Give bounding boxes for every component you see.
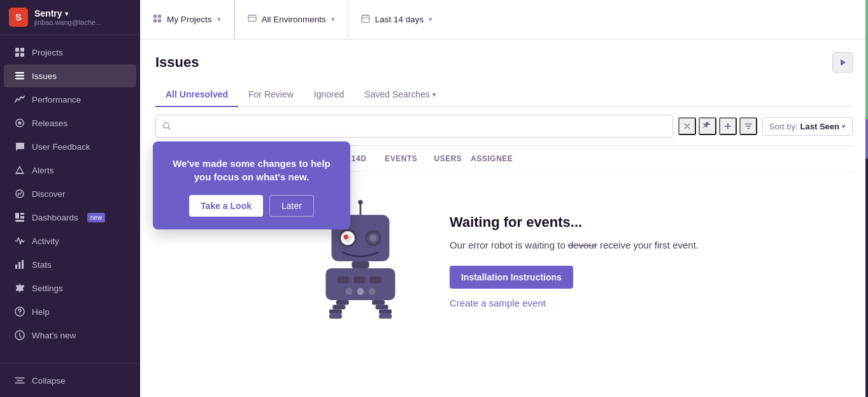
svg-point-29 <box>358 200 362 205</box>
svg-rect-46 <box>336 300 349 305</box>
svg-rect-16 <box>22 260 24 269</box>
svg-rect-6 <box>15 78 24 80</box>
svg-rect-52 <box>379 309 392 314</box>
chevron-down-icon: ▾ <box>217 15 221 24</box>
sidebar: S Sentry ▾ jinbao.wang@lache... Projects… <box>0 0 140 397</box>
calendar-icon <box>361 14 370 25</box>
sidebar-item-projects[interactable]: Projects <box>4 41 136 64</box>
sidebar-item-label: Settings <box>32 284 63 293</box>
svg-point-45 <box>369 288 376 295</box>
sort-button[interactable]: Sort by: Last Seen ▾ <box>762 117 853 136</box>
sidebar-item-activity[interactable]: Activity <box>4 229 136 252</box>
collapse-label: Collapse <box>32 376 66 386</box>
sidebar-item-dashboards[interactable]: Dashboards new <box>4 206 136 229</box>
popup-buttons: Take a Look Later <box>167 195 336 217</box>
popup-overlay: We've made some changes to help you focu… <box>153 141 350 229</box>
sidebar-item-whats-new[interactable]: What's new <box>4 324 136 347</box>
topbar-date-range[interactable]: Last 14 days ▾ <box>348 0 446 39</box>
svg-rect-5 <box>15 75 24 77</box>
take-a-look-btn[interactable]: Take a Look <box>189 195 263 217</box>
svg-point-43 <box>345 288 352 295</box>
what-is-new-popup: We've made some changes to help you focu… <box>153 141 350 229</box>
stream-button[interactable] <box>832 52 853 73</box>
topbar-environments[interactable]: All Environments ▾ <box>234 0 348 39</box>
chevron-down-icon: ▾ <box>432 90 436 99</box>
sidebar-item-issues[interactable]: Issues <box>4 64 136 87</box>
sidebar-collapse-btn[interactable]: Collapse <box>4 369 136 392</box>
pin-search-btn[interactable] <box>699 117 716 135</box>
stats-icon <box>14 259 25 270</box>
search-icon <box>162 122 171 131</box>
svg-rect-3 <box>20 53 24 57</box>
tab-for-review[interactable]: For Review <box>238 83 304 107</box>
right-edge-indicator <box>865 0 868 397</box>
strikethrough-text: devour <box>568 240 597 250</box>
svg-rect-41 <box>353 277 365 284</box>
search-box[interactable] <box>155 115 673 138</box>
svg-point-8 <box>18 122 22 125</box>
svg-point-37 <box>370 235 377 242</box>
svg-rect-2 <box>15 53 19 57</box>
page-title-row: Issues <box>155 52 853 73</box>
sidebar-item-settings[interactable]: Settings <box>4 277 136 300</box>
assignee-col-header: ASSIGNEE <box>462 154 513 163</box>
svg-rect-42 <box>370 277 381 284</box>
sidebar-item-label: Projects <box>32 48 63 57</box>
popup-title: We've made some changes to help you focu… <box>167 157 336 184</box>
svg-rect-49 <box>329 314 342 319</box>
sidebar-item-stats[interactable]: Stats <box>4 253 136 276</box>
tab-saved-searches[interactable]: Saved Searches ▾ <box>354 83 446 107</box>
svg-rect-14 <box>15 264 17 269</box>
sidebar-item-releases[interactable]: Releases <box>4 112 136 134</box>
svg-rect-20 <box>153 15 157 18</box>
svg-rect-1 <box>20 48 24 52</box>
svg-rect-48 <box>329 309 342 314</box>
tab-ignored[interactable]: Ignored <box>304 83 354 107</box>
sidebar-item-help[interactable]: Help <box>4 300 136 323</box>
feedback-icon <box>14 141 25 152</box>
empty-description: Our error robot is waiting to devour rec… <box>450 238 699 253</box>
topbar-projects[interactable]: My Projects ▾ <box>153 0 234 39</box>
clear-search-btn[interactable] <box>678 117 696 135</box>
sidebar-header[interactable]: S Sentry ▾ jinbao.wang@lache... <box>0 0 140 35</box>
svg-marker-26 <box>841 59 846 66</box>
help-icon <box>14 306 25 317</box>
later-btn[interactable]: Later <box>269 195 314 217</box>
svg-point-44 <box>357 288 364 295</box>
all-environments-label: All Environments <box>262 15 326 24</box>
org-email: jinbao.wang@lache... <box>34 18 101 26</box>
org-info: Sentry ▾ jinbao.wang@lache... <box>34 8 101 26</box>
svg-rect-40 <box>338 277 349 284</box>
org-avatar: S <box>9 8 28 27</box>
svg-rect-51 <box>376 305 388 309</box>
sidebar-item-label: Dashboards <box>32 213 78 222</box>
sidebar-item-alerts[interactable]: Alerts <box>4 159 136 182</box>
sidebar-item-label: Help <box>32 307 50 317</box>
sidebar-item-label: Stats <box>32 260 52 270</box>
svg-rect-50 <box>372 300 385 305</box>
add-search-btn[interactable] <box>719 117 737 135</box>
installation-instructions-btn[interactable]: Installation Instructions <box>450 266 573 289</box>
svg-rect-21 <box>158 15 161 18</box>
svg-rect-38 <box>352 261 369 268</box>
sidebar-item-label: Activity <box>32 236 59 246</box>
topbar: My Projects ▾ All Environments ▾ Last 14… <box>140 0 868 40</box>
filter-btn[interactable] <box>739 117 757 135</box>
page-title: Issues <box>155 54 199 71</box>
sidebar-item-user-feedback[interactable]: User Feedback <box>4 135 136 158</box>
tab-all-unresolved[interactable]: All Unresolved <box>155 83 238 107</box>
sidebar-item-performance[interactable]: Performance <box>4 88 136 111</box>
projects-icon <box>14 47 25 58</box>
svg-rect-13 <box>15 220 24 222</box>
sidebar-item-label: Performance <box>32 95 81 105</box>
svg-rect-4 <box>15 72 24 74</box>
create-sample-event-link[interactable]: Create a sample event <box>450 298 699 308</box>
sidebar-bottom: Collapse <box>0 363 140 397</box>
dashboards-icon <box>14 212 25 223</box>
graph-14d[interactable]: 14d <box>352 154 367 163</box>
sidebar-item-label: Discover <box>32 189 66 199</box>
content-area: Issues All Unresolved For Review Ignored… <box>140 40 868 397</box>
sidebar-item-discover[interactable]: Discover <box>4 182 136 205</box>
activity-icon <box>14 235 25 247</box>
sidebar-item-label: Releases <box>32 119 68 128</box>
